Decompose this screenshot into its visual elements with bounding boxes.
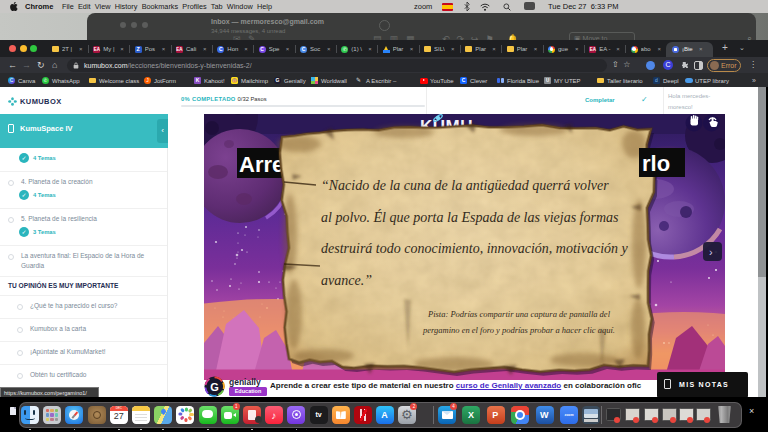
svg-text:Arre: Arre	[239, 152, 284, 177]
svg-text:›: ›	[709, 246, 713, 258]
svg-text:rlo: rlo	[642, 151, 670, 176]
svg-text:G: G	[210, 381, 219, 393]
